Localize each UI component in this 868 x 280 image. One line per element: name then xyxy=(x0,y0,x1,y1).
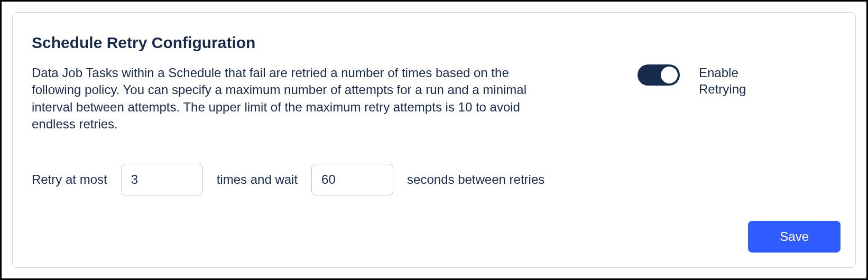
retry-config-card: Schedule Retry Configuration Data Job Ta… xyxy=(12,12,856,268)
toggle-knob xyxy=(661,67,678,83)
card-description: Data Job Tasks within a Schedule that fa… xyxy=(32,64,550,133)
retry-attempts-input[interactable] xyxy=(121,164,203,195)
enable-retrying-label: Enable Retrying xyxy=(699,64,762,97)
retry-settings-row: Retry at most times and wait seconds bet… xyxy=(32,164,836,195)
retry-wait-input[interactable] xyxy=(311,164,393,195)
retry-label-mid: times and wait xyxy=(217,172,298,187)
enable-retrying-toggle[interactable] xyxy=(638,64,680,86)
retry-label-prefix: Retry at most xyxy=(32,172,107,187)
enable-retrying-group: Enable Retrying xyxy=(638,64,836,97)
top-row: Data Job Tasks within a Schedule that fa… xyxy=(32,64,836,133)
card-title: Schedule Retry Configuration xyxy=(32,34,836,52)
retry-label-suffix: seconds between retries xyxy=(407,172,544,187)
save-button[interactable]: Save xyxy=(748,221,841,253)
